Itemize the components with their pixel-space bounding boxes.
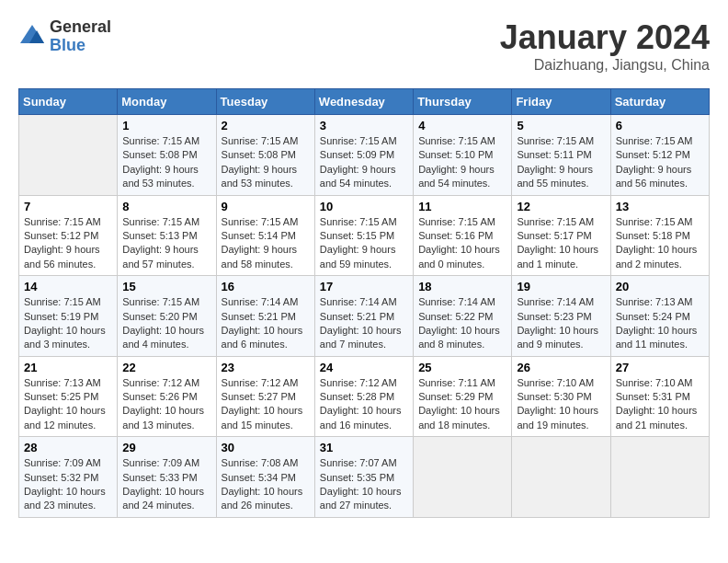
- daylight-text: Daylight: 9 hours and 59 minutes.: [320, 244, 396, 269]
- daylight-text: Daylight: 10 hours and 3 minutes.: [24, 325, 106, 350]
- daylight-text: Daylight: 10 hours and 12 minutes.: [24, 405, 106, 430]
- col-sunday: Sunday: [19, 89, 118, 115]
- sunrise-text: Sunrise: 7:09 AM: [122, 457, 199, 468]
- day-cell: 8 Sunrise: 7:15 AM Sunset: 5:13 PM Dayli…: [118, 195, 216, 276]
- logo-blue: Blue: [50, 36, 85, 54]
- sunrise-text: Sunrise: 7:09 AM: [24, 457, 101, 468]
- day-info: Sunrise: 7:10 AM Sunset: 5:31 PM Dayligh…: [616, 376, 704, 433]
- week-row-2: 7 Sunrise: 7:15 AM Sunset: 5:12 PM Dayli…: [19, 195, 710, 276]
- day-cell: 13 Sunrise: 7:15 AM Sunset: 5:18 PM Dayl…: [610, 195, 709, 276]
- day-cell: [19, 115, 118, 196]
- daylight-text: Daylight: 10 hours and 23 minutes.: [24, 486, 106, 511]
- day-number: 31: [320, 441, 408, 454]
- col-saturday: Saturday: [610, 89, 709, 115]
- calendar-table: Sunday Monday Tuesday Wednesday Thursday…: [18, 88, 710, 518]
- day-number: 26: [517, 361, 605, 374]
- day-number: 20: [616, 280, 704, 293]
- day-number: 30: [222, 441, 310, 454]
- sunrise-text: Sunrise: 7:15 AM: [616, 216, 693, 227]
- day-info: Sunrise: 7:12 AM Sunset: 5:26 PM Dayligh…: [122, 376, 210, 433]
- day-number: 19: [517, 280, 605, 293]
- week-row-1: 1 Sunrise: 7:15 AM Sunset: 5:08 PM Dayli…: [19, 115, 710, 196]
- day-cell: 18 Sunrise: 7:14 AM Sunset: 5:22 PM Dayl…: [414, 276, 512, 357]
- day-cell: 27 Sunrise: 7:10 AM Sunset: 5:31 PM Dayl…: [610, 356, 709, 437]
- day-cell: 3 Sunrise: 7:15 AM Sunset: 5:09 PM Dayli…: [314, 115, 413, 196]
- day-cell: 20 Sunrise: 7:13 AM Sunset: 5:24 PM Dayl…: [610, 276, 709, 357]
- sunrise-text: Sunrise: 7:13 AM: [616, 296, 693, 307]
- day-info: Sunrise: 7:07 AM Sunset: 5:35 PM Dayligh…: [320, 456, 408, 513]
- daylight-text: Daylight: 9 hours and 53 minutes.: [122, 164, 199, 189]
- day-cell: 17 Sunrise: 7:14 AM Sunset: 5:21 PM Dayl…: [314, 276, 413, 357]
- sunset-text: Sunset: 5:19 PM: [24, 311, 98, 322]
- day-number: 9: [222, 200, 310, 213]
- sunrise-text: Sunrise: 7:14 AM: [418, 296, 495, 307]
- day-number: 24: [320, 361, 408, 374]
- day-number: 8: [122, 200, 210, 213]
- day-number: 28: [24, 441, 112, 454]
- sunset-text: Sunset: 5:17 PM: [517, 230, 591, 241]
- sunrise-text: Sunrise: 7:14 AM: [222, 296, 299, 307]
- daylight-text: Daylight: 10 hours and 9 minutes.: [517, 325, 598, 350]
- day-cell: 10 Sunrise: 7:15 AM Sunset: 5:15 PM Dayl…: [314, 195, 413, 276]
- day-number: 27: [616, 361, 704, 374]
- sunset-text: Sunset: 5:24 PM: [616, 311, 690, 322]
- sunset-text: Sunset: 5:22 PM: [418, 311, 493, 322]
- day-cell: 25 Sunrise: 7:11 AM Sunset: 5:29 PM Dayl…: [414, 356, 512, 437]
- sunrise-text: Sunrise: 7:15 AM: [418, 216, 495, 227]
- daylight-text: Daylight: 10 hours and 4 minutes.: [122, 325, 204, 350]
- daylight-text: Daylight: 9 hours and 55 minutes.: [517, 164, 593, 189]
- day-cell: 31 Sunrise: 7:07 AM Sunset: 5:35 PM Dayl…: [314, 437, 413, 518]
- sunset-text: Sunset: 5:34 PM: [222, 472, 296, 483]
- sunset-text: Sunset: 5:10 PM: [418, 149, 493, 160]
- sunset-text: Sunset: 5:08 PM: [122, 149, 197, 160]
- daylight-text: Daylight: 10 hours and 6 minutes.: [222, 325, 303, 350]
- day-info: Sunrise: 7:15 AM Sunset: 5:17 PM Dayligh…: [517, 215, 605, 272]
- sunset-text: Sunset: 5:08 PM: [222, 149, 296, 160]
- day-info: Sunrise: 7:15 AM Sunset: 5:13 PM Dayligh…: [122, 215, 210, 272]
- col-friday: Friday: [512, 89, 610, 115]
- day-number: 17: [320, 280, 408, 293]
- day-number: 16: [222, 280, 310, 293]
- day-info: Sunrise: 7:13 AM Sunset: 5:25 PM Dayligh…: [24, 376, 112, 433]
- sunset-text: Sunset: 5:26 PM: [122, 391, 197, 402]
- day-number: 10: [320, 200, 408, 213]
- sunset-text: Sunset: 5:31 PM: [616, 391, 690, 402]
- sunrise-text: Sunrise: 7:14 AM: [320, 296, 397, 307]
- daylight-text: Daylight: 9 hours and 56 minutes.: [24, 244, 100, 269]
- sunset-text: Sunset: 5:25 PM: [24, 391, 98, 402]
- day-number: 15: [122, 280, 210, 293]
- sunset-text: Sunset: 5:28 PM: [320, 391, 394, 402]
- calendar-header: Sunday Monday Tuesday Wednesday Thursday…: [19, 89, 710, 115]
- col-monday: Monday: [118, 89, 216, 115]
- sunrise-text: Sunrise: 7:15 AM: [122, 296, 199, 307]
- day-cell: 12 Sunrise: 7:15 AM Sunset: 5:17 PM Dayl…: [512, 195, 610, 276]
- day-cell: 19 Sunrise: 7:14 AM Sunset: 5:23 PM Dayl…: [512, 276, 610, 357]
- day-number: 11: [418, 200, 506, 213]
- day-info: Sunrise: 7:14 AM Sunset: 5:23 PM Dayligh…: [517, 295, 605, 352]
- daylight-text: Daylight: 9 hours and 53 minutes.: [222, 164, 298, 189]
- day-number: 25: [418, 361, 506, 374]
- daylight-text: Daylight: 10 hours and 1 minute.: [517, 244, 598, 269]
- day-info: Sunrise: 7:15 AM Sunset: 5:16 PM Dayligh…: [418, 215, 506, 272]
- day-info: Sunrise: 7:08 AM Sunset: 5:34 PM Dayligh…: [222, 456, 310, 513]
- sunrise-text: Sunrise: 7:15 AM: [616, 135, 693, 146]
- day-cell: 23 Sunrise: 7:12 AM Sunset: 5:27 PM Dayl…: [216, 356, 314, 437]
- daylight-text: Daylight: 10 hours and 15 minutes.: [222, 405, 303, 430]
- day-info: Sunrise: 7:14 AM Sunset: 5:22 PM Dayligh…: [418, 295, 506, 352]
- logo: General Blue: [18, 18, 111, 55]
- day-cell: 26 Sunrise: 7:10 AM Sunset: 5:30 PM Dayl…: [512, 356, 610, 437]
- day-cell: 4 Sunrise: 7:15 AM Sunset: 5:10 PM Dayli…: [414, 115, 512, 196]
- sunrise-text: Sunrise: 7:15 AM: [122, 216, 199, 227]
- day-info: Sunrise: 7:15 AM Sunset: 5:19 PM Dayligh…: [24, 295, 112, 352]
- daylight-text: Daylight: 9 hours and 56 minutes.: [616, 164, 692, 189]
- daylight-text: Daylight: 9 hours and 54 minutes.: [320, 164, 396, 189]
- day-cell: 2 Sunrise: 7:15 AM Sunset: 5:08 PM Dayli…: [216, 115, 314, 196]
- sunset-text: Sunset: 5:29 PM: [418, 391, 493, 402]
- col-wednesday: Wednesday: [314, 89, 413, 115]
- sunset-text: Sunset: 5:35 PM: [320, 472, 394, 483]
- day-number: 29: [122, 441, 210, 454]
- sunrise-text: Sunrise: 7:15 AM: [24, 296, 101, 307]
- day-cell: 7 Sunrise: 7:15 AM Sunset: 5:12 PM Dayli…: [19, 195, 118, 276]
- sunset-text: Sunset: 5:18 PM: [616, 230, 690, 241]
- day-cell: [414, 437, 512, 518]
